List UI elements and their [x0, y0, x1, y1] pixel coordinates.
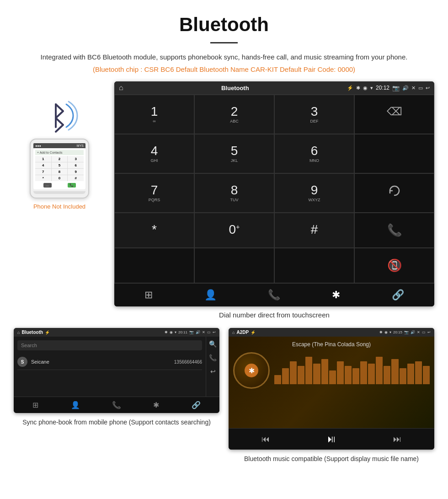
music-status-right: ✱ ◉ ▾ 20:15 📷 🔊 ✕ ▭ ↩	[379, 330, 431, 334]
window-icon[interactable]: ▭	[418, 85, 423, 91]
pb-nav-grid[interactable]: ⊞	[32, 401, 38, 409]
dialpad-empty-5b	[194, 248, 274, 283]
dialpad-key-5[interactable]: 5JKL	[194, 134, 274, 173]
nav-phone-icon[interactable]: 📞	[268, 289, 280, 301]
phone-key-1[interactable]: 1	[35, 156, 51, 162]
dialpad-key-9[interactable]: 9WXYZ	[274, 173, 354, 213]
pb-usb-icon: ⚡	[45, 330, 50, 335]
page-title: Bluetooth	[0, 0, 448, 39]
music-home-icon[interactable]: ⌂	[232, 330, 235, 335]
phone-section: ●●●MYS + Add to Contacts 1 2 3 4 5 6 7 8…	[14, 81, 105, 210]
close-icon[interactable]: ✕	[411, 85, 416, 91]
pb-back-icon[interactable]: ↩	[213, 330, 216, 334]
dialpad-key-8[interactable]: 8TUV	[194, 173, 274, 213]
music-bt-icon: ✱	[379, 330, 383, 334]
play-pause-icon[interactable]: ⏯	[326, 433, 336, 445]
camera-icon[interactable]: 📷	[392, 85, 400, 91]
music-app-name: A2DP	[236, 330, 249, 335]
music-cam-icon[interactable]: 📷	[404, 330, 409, 334]
album-art: ✱	[233, 352, 270, 389]
music-loc-icon: ◉	[384, 330, 388, 334]
search-bar[interactable]: Search	[17, 340, 202, 350]
phone-mockup: ●●●MYS + Add to Contacts 1 2 3 4 5 6 7 8…	[30, 139, 89, 199]
nav-link-icon[interactable]: 🔗	[392, 289, 404, 301]
phone-key-0[interactable]: 0	[52, 175, 68, 181]
dialpad-call-green[interactable]: 📞	[354, 213, 434, 248]
dialpad-key-0[interactable]: 0+	[194, 213, 274, 248]
phonebook-body-wrapper: Search S Seicane 13566664466 🔍 📞 ↩	[14, 337, 219, 397]
phone-key-7[interactable]: 7	[35, 169, 51, 175]
volume-icon[interactable]: 🔊	[402, 85, 409, 91]
pb-nav-link[interactable]: 🔗	[192, 401, 201, 409]
phonebook-status-bar: ⌂ Bluetooth ⚡ ✱ ◉ ▾ 20:11 📷 🔊 ✕ ▭ ↩	[14, 328, 219, 337]
contact-name: Seicane	[31, 359, 49, 365]
contact-phone: 13566664466	[174, 359, 202, 365]
phonebook-side-icons: 🔍 📞 ↩	[206, 337, 219, 397]
phone-key-hash[interactable]: #	[68, 175, 84, 181]
pb-status-right: ✱ ◉ ▾ 20:11 📷 🔊 ✕ ▭ ↩	[165, 330, 216, 334]
phone-key-4[interactable]: 4	[35, 162, 51, 168]
dialpad-empty-5c	[274, 248, 354, 283]
pb-nav-phone[interactable]: 📞	[112, 401, 121, 409]
nav-bluetooth-icon[interactable]: ✱	[332, 289, 340, 301]
pb-loc-icon: ◉	[170, 330, 173, 334]
dialpad-key-star[interactable]: *	[114, 213, 194, 248]
dialpad-backspace[interactable]: ⌫	[354, 95, 434, 134]
phone-key-8[interactable]: 8	[52, 169, 68, 175]
dialpad-key-hash[interactable]: #	[274, 213, 354, 248]
pb-close-icon[interactable]: ✕	[202, 330, 205, 334]
dialpad-key-1[interactable]: 1∞	[114, 95, 194, 134]
call-side-icon[interactable]: 📞	[209, 354, 217, 361]
signal-icon: ▾	[370, 85, 373, 91]
nav-grid-icon[interactable]: ⊞	[144, 289, 153, 301]
phone-dialpad: 1 2 3 4 5 6 7 8 9 * 0 #	[35, 156, 84, 181]
next-track-icon[interactable]: ⏭	[393, 435, 401, 444]
phonebook-caption: Sync phone-book from mobile phone (Suppo…	[22, 418, 211, 427]
phone-key-star[interactable]: *	[35, 175, 51, 181]
home-icon[interactable]: ⌂	[119, 84, 123, 92]
pb-nav-contacts[interactable]: 👤	[71, 401, 80, 409]
prev-track-icon[interactable]: ⏮	[261, 435, 270, 444]
main-content: ●●●MYS + Add to Contacts 1 2 3 4 5 6 7 8…	[0, 81, 448, 319]
pb-app-name: Bluetooth	[21, 330, 43, 335]
dialpad-key-4[interactable]: 4GHI	[114, 134, 194, 173]
car-status-bar: ⌂ Bluetooth ⚡ ✱ ◉ ▾ 20:12 📷 🔊 ✕ ▭ ↩	[114, 81, 434, 94]
music-win-icon[interactable]: ▭	[422, 330, 426, 334]
dialpad-key-6[interactable]: 6MNO	[274, 134, 354, 173]
dialpad-key-2[interactable]: 2ABC	[194, 95, 274, 134]
pb-home-icon[interactable]: ⌂	[17, 330, 20, 335]
music-close-icon[interactable]: ✕	[417, 330, 420, 334]
phone-end-btn[interactable]: —	[43, 183, 52, 188]
redial-side-icon[interactable]: ↩	[210, 368, 216, 375]
phone-bottom-bar: — 📞	[35, 183, 84, 188]
phone-call-btn[interactable]: 📞	[68, 183, 76, 188]
phone-key-2[interactable]: 2	[52, 156, 68, 162]
phone-key-5[interactable]: 5	[52, 162, 68, 168]
dialpad-call-red[interactable]: 📵	[354, 248, 434, 283]
music-screenshot-item: ⌂ A2DP ⚡ ✱ ◉ ▾ 20:15 📷 🔊 ✕ ▭ ↩ Escape (T…	[229, 328, 434, 464]
dialpad-key-3[interactable]: 3DEF	[274, 95, 354, 134]
phonebook-body: Search S Seicane 13566664466	[14, 337, 206, 397]
nav-contacts-icon[interactable]: 👤	[204, 289, 217, 301]
pb-nav-bt[interactable]: ✱	[153, 401, 159, 409]
dialpad-grid: 1∞ 2ABC 3DEF ⌫ 4GHI 5JKL	[114, 94, 434, 283]
bottom-screenshots: ⌂ Bluetooth ⚡ ✱ ◉ ▾ 20:11 📷 🔊 ✕ ▭ ↩	[0, 319, 448, 473]
phone-key-3[interactable]: 3	[68, 156, 84, 162]
search-side-icon[interactable]: 🔍	[209, 340, 217, 348]
contact-row[interactable]: S Seicane 13566664466	[17, 354, 202, 370]
dialpad-key-7[interactable]: 7PQRS	[114, 173, 194, 213]
music-vol-icon[interactable]: 🔊	[411, 330, 415, 334]
pb-vol-icon[interactable]: 🔊	[196, 330, 200, 334]
page-description: Integrated with BC6 Bluetooth module, su…	[0, 52, 448, 63]
music-caption: Bluetooth music compatible (Support disp…	[244, 454, 419, 464]
music-screen: ⌂ A2DP ⚡ ✱ ◉ ▾ 20:15 📷 🔊 ✕ ▭ ↩ Escape (T…	[229, 328, 434, 450]
redial-icon	[388, 184, 401, 198]
phone-key-6[interactable]: 6	[68, 162, 84, 168]
dialpad-redial[interactable]	[354, 173, 434, 213]
pb-win-icon[interactable]: ▭	[207, 330, 211, 334]
back-icon[interactable]: ↩	[426, 85, 430, 91]
pb-cam-icon[interactable]: 📷	[189, 330, 194, 334]
music-back-icon[interactable]: ↩	[427, 330, 431, 334]
specs-line: (Bluetooth chip : CSR BC6 Default Blueto…	[0, 63, 448, 81]
phone-key-9[interactable]: 9	[68, 169, 84, 175]
